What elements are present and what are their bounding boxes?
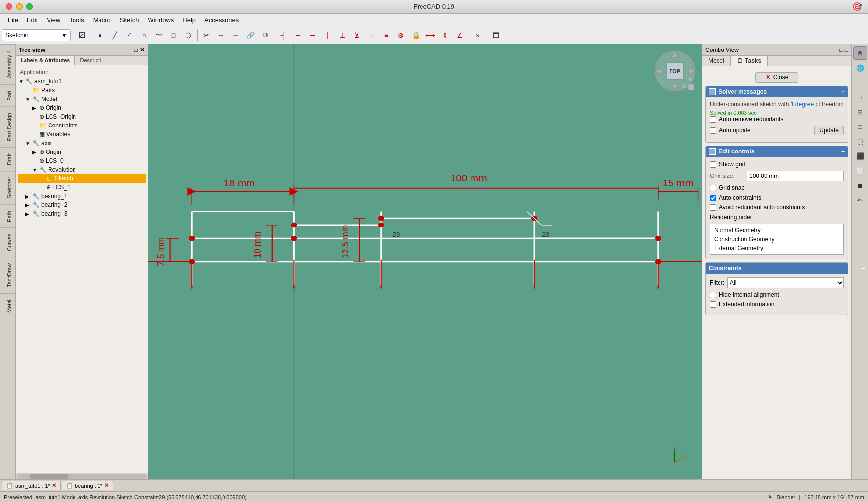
edit-controls-collapse-icon[interactable]: − <box>841 148 845 155</box>
menu-item-help[interactable]: Help <box>178 15 199 25</box>
toolbar-hconst-btn[interactable]: ⟷ <box>423 28 437 42</box>
toolbar-constrain-btn[interactable]: ┤ <box>276 28 290 42</box>
toolbar-perp-btn[interactable]: ⊥ <box>335 28 349 42</box>
tree-item-bearing3[interactable]: ▶ 🔧 bearing_3 <box>18 209 146 218</box>
render-order-construction[interactable]: Construction Geometry <box>712 235 842 244</box>
constraints-header[interactable]: Constraints − <box>706 263 848 274</box>
navigation-cube[interactable]: TOP <box>653 49 697 93</box>
filter-select[interactable]: All <box>727 277 844 288</box>
rt-back-btn[interactable]: ← <box>853 75 867 89</box>
tree-item-origin[interactable]: ▶ ⊕ Origin <box>18 103 146 112</box>
tree-item-model[interactable]: ▼ 🔧 Model <box>18 95 146 103</box>
auto-update-checkbox[interactable] <box>710 127 716 134</box>
toolbar-vconst-btn[interactable]: ⇕ <box>438 28 452 42</box>
bottom-tab-asm[interactable]: 📋 asm_tuto1 : 1* ✕ <box>2 481 61 490</box>
rt-cube2-btn[interactable]: ⬜ <box>853 164 867 177</box>
menu-item-tools[interactable]: Tools <box>65 15 88 25</box>
toolbar-tang-btn[interactable]: ⊻ <box>350 28 364 42</box>
combo-expand-icon[interactable]: □ <box>840 47 843 53</box>
toolbar-point-btn[interactable]: ● <box>93 28 107 42</box>
render-order-external[interactable]: External Geometry <box>712 244 842 252</box>
tree-close-icon[interactable]: ✕ <box>140 47 145 53</box>
render-order-normal[interactable]: Normal Geometry <box>712 226 842 235</box>
tree-item-revolution[interactable]: ▼ 🔧 Revolution <box>18 165 146 174</box>
tab-bearing-close-icon[interactable]: ✕ <box>104 482 109 489</box>
tasks-tab[interactable]: 🗒 Tasks <box>731 56 768 66</box>
workbench-dropdown[interactable]: Sketcher ▼ <box>2 29 71 41</box>
rt-3d-btn[interactable]: 🌐 <box>853 61 867 75</box>
toolbar-view-btn[interactable]: 🖼 <box>75 28 89 42</box>
tree-pin-icon[interactable]: □ <box>134 47 138 53</box>
canvas-viewport[interactable]: 18 mm 100 mm 15 mm 7.5 mm 10 mm 12.5 mm … <box>148 44 702 479</box>
tree-scrollbar[interactable] <box>16 473 148 479</box>
path-tab[interactable]: Path <box>0 204 15 228</box>
toolbar-spline-btn[interactable]: 〜 <box>152 28 166 42</box>
rt-cube-btn[interactable]: ⬛ <box>853 149 867 163</box>
assembly4-tab[interactable]: Assembly 4 <box>0 44 15 84</box>
toolbar-horiz-btn[interactable]: ─ <box>306 28 320 42</box>
part-tab[interactable]: Part <box>0 84 15 106</box>
labels-tab[interactable]: Labels & Attributes <box>16 56 75 65</box>
toolbar-more-btn[interactable]: » <box>471 28 485 42</box>
part-design-tab[interactable]: Part Design <box>0 106 15 147</box>
menu-item-sketch[interactable]: Sketch <box>116 15 143 25</box>
rt-cube3-btn[interactable]: ◼ <box>853 178 867 192</box>
tree-item-lcs-origin[interactable]: ⊕ LCS_Origin <box>18 112 146 121</box>
rt-view-btn[interactable]: □ <box>853 120 867 133</box>
avoid-redundant-checkbox[interactable] <box>710 204 716 211</box>
solver-collapse-icon[interactable]: − <box>841 88 845 96</box>
tree-item-bearing2[interactable]: ▶ 🔧 bearing_2 <box>18 201 146 209</box>
toolbar-lock-btn[interactable]: ┬ <box>291 28 305 42</box>
solver-messages-header[interactable]: Solver messages − <box>706 86 848 97</box>
tree-item-parts[interactable]: 📁 Parts <box>18 86 146 95</box>
tree-item-origin2[interactable]: ▶ ⊕ Origin <box>18 148 146 156</box>
combo-pin-icon[interactable]: □ <box>845 47 848 53</box>
hide-internal-checkbox[interactable] <box>710 292 716 298</box>
toolbar-angle-btn[interactable]: ∠ <box>453 28 467 42</box>
menu-item-edit[interactable]: Edit <box>23 15 42 25</box>
toolbar-block-btn[interactable]: ⊗ <box>394 28 408 42</box>
bottom-tab-bearing[interactable]: 📋 bearing : 1* ✕ <box>62 481 113 490</box>
extended-info-checkbox[interactable] <box>710 301 716 308</box>
descripti-tab[interactable]: Descripti <box>75 56 106 65</box>
toolbar-trim-btn[interactable]: ✂ <box>199 28 213 42</box>
tree-item-bearing1[interactable]: ▶ 🔧 bearing_1 <box>18 192 146 201</box>
tree-item-constraints[interactable]: 📁 Constraints <box>18 121 146 130</box>
techdraw-tab[interactable]: TechDraw <box>0 257 15 293</box>
grid-snap-checkbox[interactable] <box>710 185 716 191</box>
toolbar-lock2-btn[interactable]: 🔒 <box>409 28 422 42</box>
toolbar-sym-btn[interactable]: ≡ <box>379 28 393 42</box>
rt-pencil-btn[interactable]: ✏ <box>853 193 867 207</box>
tree-item-sketch[interactable]: 📐 Sketch <box>18 174 146 183</box>
toolbar-extend-btn[interactable]: ↔ <box>214 28 228 42</box>
menu-item-accessories[interactable]: Accessories <box>200 15 243 25</box>
edit-controls-header[interactable]: Edit controls − <box>706 146 848 157</box>
toolbar-polygon-btn[interactable]: ⬡ <box>181 28 195 42</box>
tree-item-axis[interactable]: ▼ 🔧 axis <box>18 139 146 148</box>
rt-zoom-fit-btn[interactable]: ⊞ <box>853 105 867 119</box>
solver-link[interactable]: 1 degree <box>791 101 814 108</box>
close-button[interactable]: ✕ Close <box>755 72 799 83</box>
update-button[interactable]: Update <box>814 126 844 135</box>
toolbar-vert-btn[interactable]: | <box>321 28 334 42</box>
model-tab[interactable]: Model <box>702 56 731 66</box>
tree-item-lcs0[interactable]: ⊕ LCS_0 <box>18 156 146 165</box>
tree-item-asm_tuto1[interactable]: ▼ 🔧 asm_tuto1 <box>18 77 146 86</box>
close-window-button[interactable] <box>6 3 12 10</box>
toolbar-rect-btn[interactable]: □ <box>167 28 180 42</box>
metal-tab[interactable]: Metal <box>0 293 15 319</box>
tree-item-variables[interactable]: ▦ Variables <box>18 130 146 139</box>
toolbar-arc-btn[interactable]: ◜ <box>123 28 136 42</box>
scrollbar-thumb[interactable] <box>30 474 69 479</box>
toolbar-line-btn[interactable]: ╱ <box>108 28 122 42</box>
sketcher-tab[interactable]: Sketcher <box>0 171 15 204</box>
menu-item-view[interactable]: View <box>43 15 64 25</box>
window-controls[interactable] <box>6 3 33 10</box>
maximize-window-button[interactable] <box>26 3 33 10</box>
toolbar-copy-btn[interactable]: ⧉ <box>258 28 272 42</box>
toolbar-equal-btn[interactable]: = <box>365 28 378 42</box>
toolbar-split-btn[interactable]: ⊣ <box>229 28 243 42</box>
rt-home-btn[interactable]: ⊗ <box>853 46 867 60</box>
tab-asm-close-icon[interactable]: ✕ <box>52 482 56 489</box>
draft-tab[interactable]: Draft <box>0 147 15 171</box>
